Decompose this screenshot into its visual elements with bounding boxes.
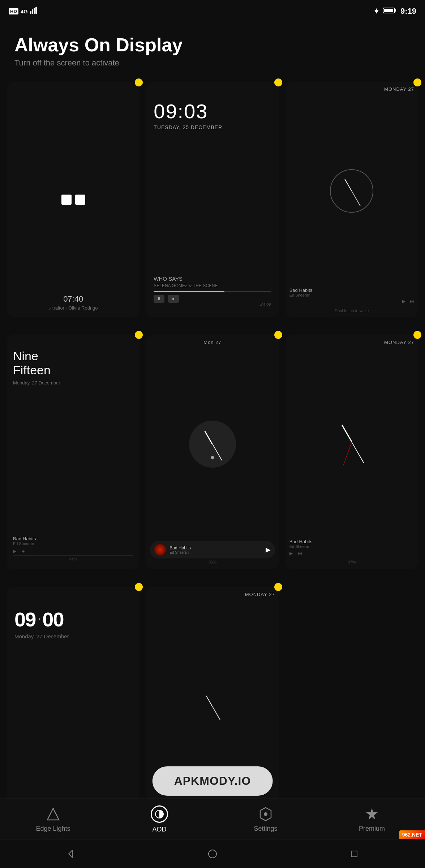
card3-date: MONDAY 27 — [384, 86, 414, 92]
card4-words: NineFifteen — [13, 349, 133, 377]
card1-song: ♪ traitor · Olivia Rodrigo — [7, 305, 139, 311]
card4-artist: Ed Sheeran — [13, 541, 133, 546]
card7-time-display: 09 · 00 — [14, 608, 132, 631]
time-display: 9:19 — [400, 7, 416, 16]
card4-date: Monday, 27 December — [13, 380, 133, 386]
card-dots-time[interactable]: 09 · 00 Monday, 27 December — [7, 587, 139, 821]
card3-artist: Ed Sheeran — [289, 293, 414, 297]
card7-content: 09 · 00 Monday, 27 December — [7, 587, 139, 821]
card6-minute-hand — [351, 442, 364, 463]
card2-time: 09:03 — [154, 99, 271, 123]
card7-inner: 09 · 00 Monday, 27 December — [7, 587, 139, 821]
card2-inner: 09:03 TUESDAY, 25 DECEMBER WHO SAYS SELE… — [146, 82, 278, 317]
svg-line-8 — [53, 808, 59, 820]
card4-spacer — [13, 386, 133, 536]
svg-rect-1 — [32, 9, 33, 14]
page-subtitle: Turn off the screen to activate — [14, 58, 411, 68]
nav-premium[interactable]: Premium — [350, 806, 394, 833]
card4-progress — [13, 556, 133, 556]
card6-inner: MONDAY 27 Bad Habits Ed Sheeran ▶ ⏭ 97% — [286, 335, 418, 570]
signal-icon — [30, 7, 38, 16]
card2-progress-fill — [154, 291, 224, 292]
nav-aod[interactable]: AOD — [138, 805, 181, 833]
nav-settings-label: Settings — [254, 825, 277, 833]
card7-minute: 00 — [42, 608, 63, 631]
card2-next-btn[interactable]: ⏭ — [168, 295, 179, 303]
round-clock — [189, 421, 236, 468]
card-minimalist-analog[interactable]: MONDAY 27 Bad Habits Ed Sheeran ▶ ⏭ 97% — [286, 335, 418, 570]
card3-next-icon[interactable]: ⏭ — [410, 299, 414, 304]
card2-content: 09:03 TUESDAY, 25 DECEMBER WHO SAYS SELE… — [146, 82, 278, 317]
card3-play-icon[interactable]: ▶ — [402, 299, 405, 304]
card3-play-controls: ▶ ⏭ — [402, 299, 414, 304]
hd-badge: HD — [9, 8, 18, 14]
card6-bottom: Bad Habits Ed Sheeran ▶ ⏭ 97% — [289, 539, 414, 564]
yellow-dot-2 — [274, 78, 282, 86]
status-right: ✦ 9:19 — [373, 7, 416, 16]
card4-controls: ▶ ⏭ — [13, 549, 133, 554]
svg-rect-6 — [384, 9, 393, 12]
card8-hour — [206, 696, 213, 707]
card8-date: MONDAY 27 — [150, 592, 275, 597]
card4-inner: NineFifteen Monday, 27 December Bad Habi… — [7, 335, 139, 569]
card2-song-title: WHO SAYS — [154, 276, 271, 282]
card4-percent: 96% — [13, 558, 133, 562]
nav-edge-lights[interactable]: Edge Lights — [31, 806, 75, 833]
status-bar: HD 4G ✦ 9:19 — [0, 0, 425, 20]
card6-date: MONDAY 27 — [289, 340, 414, 345]
card7-separator: · — [38, 616, 39, 623]
yellow-dot-5 — [274, 331, 282, 339]
card3-content: MONDAY 27 Bad Habits Ed Sheeran ▶ — [286, 82, 418, 317]
card6-next-icon[interactable]: ⏭ — [298, 551, 302, 556]
card-time-squares[interactable]: 07:40 ♪ traitor · Olivia Rodrigo — [7, 82, 139, 317]
card-word-time[interactable]: NineFifteen Monday, 27 December Bad Habi… — [7, 335, 139, 569]
home-button[interactable] — [202, 843, 223, 865]
card6-content: MONDAY 27 Bad Habits Ed Sheeran ▶ ⏭ 97% — [286, 335, 418, 570]
yellow-dot-7 — [135, 583, 143, 591]
edge-light-icon — [45, 806, 61, 822]
square2 — [75, 195, 85, 205]
recent-button[interactable] — [343, 843, 365, 865]
svg-rect-2 — [34, 8, 35, 14]
svg-marker-7 — [47, 808, 59, 820]
back-button[interactable] — [60, 843, 82, 865]
card4-next-icon[interactable]: ⏭ — [21, 549, 26, 554]
card6-clock-area — [289, 345, 414, 539]
card6-song: Bad Habits — [289, 539, 414, 544]
battery-icon — [383, 7, 397, 16]
card7-date: Monday, 27 December — [14, 633, 132, 639]
analog-clock — [330, 169, 373, 213]
card-analog[interactable]: MONDAY 27 Bad Habits Ed Sheeran ▶ — [286, 82, 418, 317]
status-left: HD 4G — [9, 7, 38, 16]
card5-inner: Mon 27 Bad Habits Ed Sheeran ▶ — [146, 335, 278, 569]
header: Always On Display Turn off the screen to… — [0, 20, 425, 75]
watermark-text: APKMODY.IO — [174, 774, 251, 788]
corner-badge: 962.NET — [399, 830, 425, 839]
card5-artist-name: Ed Sheeran — [169, 550, 262, 554]
card1-time: 07:40 — [7, 294, 139, 304]
card2-pause-btn[interactable]: ⏸ — [154, 295, 164, 303]
card5-content: Mon 27 Bad Habits Ed Sheeran ▶ — [146, 335, 278, 569]
nav-settings[interactable]: Settings — [244, 806, 287, 833]
card3-inner: MONDAY 27 Bad Habits Ed Sheeran ▶ — [286, 82, 418, 317]
svg-marker-12 — [366, 808, 378, 820]
yellow-dot-6 — [413, 331, 421, 339]
card4-play-icon[interactable]: ▶ — [13, 549, 16, 554]
card5-percent: 96% — [209, 560, 216, 564]
card-round-clock[interactable]: Mon 27 Bad Habits Ed Sheeran ▶ — [146, 335, 278, 569]
card-digital-clock[interactable]: 09:03 TUESDAY, 25 DECEMBER WHO SAYS SELE… — [146, 82, 278, 317]
network-icon: 4G — [21, 8, 28, 14]
svg-rect-3 — [35, 7, 37, 14]
card2-artist: SELENA GOMEZ & THE SCENE — [154, 283, 271, 288]
card5-play-btn[interactable]: ▶ — [266, 546, 271, 554]
card6-controls: ▶ ⏭ — [289, 551, 414, 556]
card6-artist: Ed Sheeran — [289, 544, 414, 549]
card8-minute — [212, 707, 220, 720]
card6-play-icon[interactable]: ▶ — [289, 551, 293, 556]
yellow-dot-8 — [274, 583, 282, 591]
aod-icon — [151, 805, 168, 823]
card4-bottom: Bad Habits Ed Sheeran ▶ ⏭ 96% — [13, 536, 133, 562]
card-grid-row1: 07:40 ♪ traitor · Olivia Rodrigo 09:03 T… — [0, 75, 425, 317]
card2-controls: ⏸ ⏭ — [154, 295, 271, 303]
card3-controls-row: ▶ ⏭ — [289, 299, 414, 304]
